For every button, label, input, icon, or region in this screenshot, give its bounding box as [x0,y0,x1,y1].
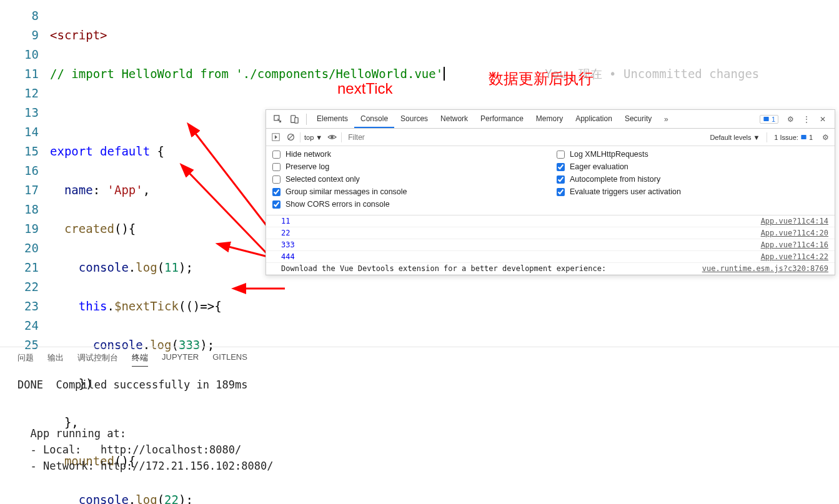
line-number: 24 [0,316,39,335]
setting-group-similar[interactable]: Group similar messages in console [272,187,544,196]
line-number: 17 [0,180,39,200]
terminal-line: - Network: http://172.21.156.102:8080/ [17,460,273,472]
source-link[interactable]: App.vue?11c4:20 [761,229,828,237]
line-number: 14 [0,122,39,142]
tab-output[interactable]: 输出 [47,352,64,367]
clear-icon[interactable] [285,132,296,143]
tab-jupyter[interactable]: JUPYTER [162,352,199,367]
line-number: 12 [0,84,39,103]
line-number: 11 [0,64,39,84]
tab-elements[interactable]: Elements [310,110,354,128]
terminal-line: - Local: http://localhost:8080/ [17,443,241,456]
source-link[interactable]: App.vue?11c4:22 [761,252,828,261]
line-number: 15 [0,142,39,161]
play-icon[interactable] [270,132,281,143]
tab-problems[interactable]: 问题 [17,352,34,367]
svg-rect-7 [763,117,768,121]
separator [306,114,307,125]
line-number: 19 [0,219,39,239]
svg-rect-6 [295,117,298,123]
line-number: 9 [0,26,39,45]
gear-icon[interactable]: ⚙ [785,114,796,125]
line-number: 8 [0,6,39,26]
line-gutter: 8 9 10 11 12 13 14 15 16 17 18 19 20 21 … [0,0,50,347]
kebab-icon[interactable]: ⋮ [801,114,812,125]
tab-console[interactable]: Console [354,110,394,128]
svg-point-11 [330,136,334,139]
code-line: <script> [50,26,839,45]
eye-icon[interactable] [326,132,337,143]
setting-log-xhr[interactable]: Log XMLHttpRequests [557,150,828,159]
console-filter-bar: top ▼ Default levels ▼ 1 Issue: 1 ⚙ [266,129,835,146]
line-number: 22 [0,277,39,297]
levels-select[interactable]: Default levels ▼ [707,132,763,143]
line-number: 16 [0,161,39,180]
devtools-panel: Elements Console Sources Network Perform… [266,109,835,275]
separator [300,132,300,142]
svg-rect-12 [801,135,806,139]
setting-show-cors[interactable]: Show CORS errors in console [272,200,544,209]
setting-preserve-log[interactable]: Preserve log [272,162,544,171]
terminal-line: App running at: [17,427,126,440]
tab-network[interactable]: Network [434,110,474,128]
more-tabs-icon[interactable]: » [660,114,672,125]
console-row: Download the Vue Devtools extension for … [266,263,835,275]
inspect-icon[interactable] [272,114,284,125]
tab-terminal[interactable]: 终端 [132,352,148,367]
setting-autocomplete-history[interactable]: Autocomplete from history [557,175,828,184]
setting-eval-triggers[interactable]: Evaluate triggers user activation [557,187,828,196]
line-number: 18 [0,200,39,219]
svg-line-10 [288,134,293,139]
console-row: 444App.vue?11c4:22 [266,251,835,263]
setting-selected-only[interactable]: Selected context only [272,175,544,184]
execution-context-select[interactable]: top ▼ [304,134,322,141]
annotation-nexttick: nextTick [337,80,392,97]
setting-eager-eval[interactable]: Eager evaluation [557,162,828,171]
console-output: 11App.vue?11c4:14 22App.vue?11c4:20 333A… [266,215,835,275]
annotation-after-update: 数据更新后执行 [489,69,593,89]
tab-debug-console[interactable]: 调试控制台 [77,352,118,367]
filter-input[interactable] [345,132,703,143]
issues-badge[interactable]: 1 [760,115,778,124]
tab-gitlens[interactable]: GITLENS [212,352,247,367]
tab-security[interactable]: Security [618,110,658,128]
line-number: 21 [0,258,39,277]
issue-counter[interactable]: 1 Issue: 1 [771,132,816,143]
code-line: // import HelloWorld from './components/… [50,64,839,84]
device-icon[interactable] [289,114,300,125]
console-row: 22App.vue?11c4:20 [266,227,835,239]
terminal-tabs: 问题 输出 调试控制台 终端 JUPYTER GITLENS [0,347,839,372]
line-number: 13 [0,103,39,122]
source-link[interactable]: App.vue?11c4:14 [761,217,828,225]
terminal-line: DONE Compiled successfully in 189ms [17,378,247,391]
tab-memory[interactable]: Memory [530,110,569,128]
line-number: 23 [0,297,39,316]
line-number: 20 [0,239,39,258]
tab-performance[interactable]: Performance [474,110,530,128]
settings-gear-icon[interactable]: ⚙ [820,132,831,143]
close-icon[interactable]: ✕ [817,114,828,125]
terminal-panel: 问题 输出 调试控制台 终端 JUPYTER GITLENS DONE Comp… [0,347,839,504]
separator [767,132,767,142]
console-row: 11App.vue?11c4:14 [266,215,835,227]
tab-sources[interactable]: Sources [394,110,434,128]
line-number: 10 [0,45,39,64]
separator [341,132,342,142]
source-link[interactable]: App.vue?11c4:16 [761,240,828,249]
console-row: 333App.vue?11c4:16 [266,239,835,251]
terminal-body[interactable]: DONE Compiled successfully in 189ms App … [0,372,839,479]
code-line: this.$nextTick(()=>{ [50,297,839,316]
devtools-tabs: Elements Console Sources Network Perform… [266,110,835,129]
console-settings: Hide network Log XMLHttpRequests Preserv… [266,146,835,215]
source-link[interactable]: vue.runtime.esm.js?c320:8769 [702,264,828,273]
tab-application[interactable]: Application [569,110,618,128]
setting-hide-network[interactable]: Hide network [272,150,544,159]
